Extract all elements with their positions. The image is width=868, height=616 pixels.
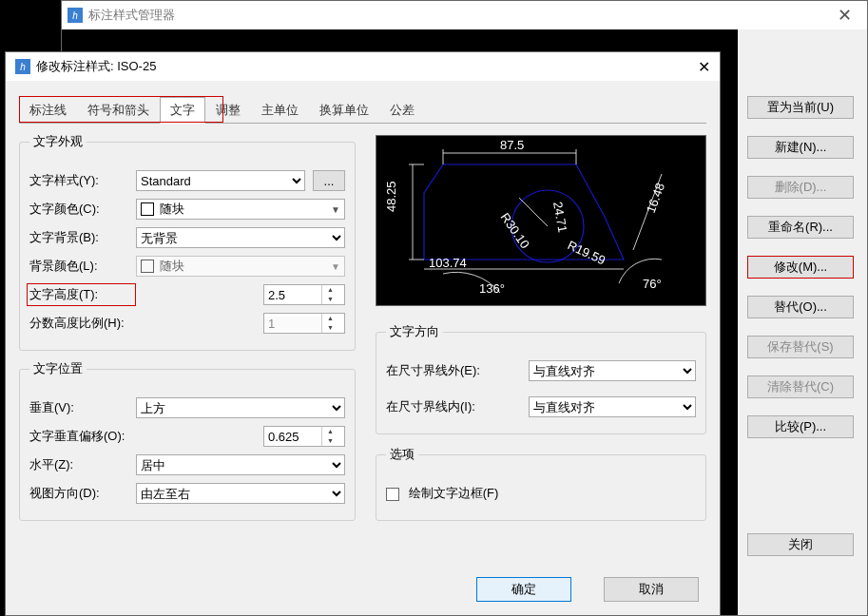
fraction-height-input — [264, 317, 321, 331]
text-placement-legend: 文字位置 — [29, 360, 87, 377]
compare-button[interactable]: 比较(P)... — [747, 415, 854, 438]
tab-alternate[interactable]: 换算单位 — [309, 97, 379, 124]
chevron-down-icon: ▼ — [331, 204, 340, 215]
view-dir-label: 视图方向(D): — [29, 485, 136, 502]
text-bg-label: 文字背景(B): — [29, 229, 136, 246]
parent-titlebar: h 标注样式管理器 ✕ — [62, 1, 867, 29]
svg-text:87.5: 87.5 — [500, 138, 524, 152]
draw-frame-label: 绘制文字边框(F) — [409, 486, 499, 500]
text-height-label: 文字高度(T): — [27, 283, 136, 306]
app-icon: h — [68, 8, 83, 23]
dialog-title: 修改标注样式: ISO-25 — [36, 58, 698, 75]
app-icon: h — [15, 59, 30, 74]
vertical-label: 垂直(V): — [29, 399, 136, 416]
draw-frame-checkbox[interactable] — [386, 488, 399, 501]
svg-line-9 — [519, 198, 548, 226]
spinner-up-icon: ▲ — [322, 314, 338, 323]
text-height-spinner[interactable]: ▲▼ — [263, 284, 345, 305]
svg-text:R30.10: R30.10 — [498, 210, 532, 251]
spinner-up-icon[interactable]: ▲ — [322, 427, 338, 436]
text-appearance-group: 文字外观 文字样式(Y): Standard ... 文字颜色(C): 随块▼ … — [19, 133, 356, 351]
svg-text:24.71: 24.71 — [550, 201, 569, 234]
modify-button[interactable]: 修改(M)... — [747, 256, 854, 279]
outside-ext-label: 在尺寸界线外(E): — [386, 362, 529, 379]
tab-strip: 标注线 符号和箭头 文字 调整 主单位 换算单位 公差 — [19, 96, 720, 123]
set-current-button[interactable]: 置为当前(U) — [747, 96, 854, 119]
offset-input[interactable] — [264, 430, 321, 444]
dialog-titlebar: h 修改标注样式: ISO-25 ✕ — [6, 52, 720, 81]
tab-fit[interactable]: 调整 — [205, 97, 251, 124]
text-orientation-group: 文字方向 在尺寸界线外(E): 与直线对齐 在尺寸界线内(I): 与直线对齐 — [376, 323, 706, 434]
bg-color-label: 背景颜色(L): — [29, 258, 136, 275]
text-appearance-legend: 文字外观 — [29, 133, 87, 150]
spinner-down-icon: ▼ — [322, 323, 338, 333]
offset-spinner[interactable]: ▲▼ — [263, 426, 345, 447]
tab-text[interactable]: 文字 — [160, 97, 205, 124]
svg-text:76°: 76° — [643, 277, 662, 291]
cancel-button[interactable]: 取消 — [604, 577, 699, 602]
dialog-footer: 确定 取消 — [448, 577, 699, 602]
svg-text:R19.59: R19.59 — [566, 238, 608, 267]
preview-panel: 87.5 48.25 24.71 R19.59 16.48 R30.10 136… — [376, 135, 706, 306]
tab-tolerance[interactable]: 公差 — [379, 97, 425, 124]
spinner-down-icon[interactable]: ▼ — [322, 436, 338, 446]
new-button[interactable]: 新建(N)... — [747, 136, 854, 159]
svg-text:48.25: 48.25 — [384, 181, 398, 212]
draw-frame-checkbox-row[interactable]: 绘制文字边框(F) — [386, 485, 498, 502]
clear-override-button[interactable]: 清除替代(C) — [747, 375, 854, 398]
horizontal-label: 水平(Z): — [29, 456, 136, 473]
fraction-height-label: 分数高度比例(H): — [29, 315, 136, 332]
text-placement-group: 文字位置 垂直(V): 上方 文字垂直偏移(O): ▲▼ 水平(Z): 居中 视… — [19, 360, 356, 521]
byblock-swatch-icon — [141, 202, 154, 216]
outside-ext-combo[interactable]: 与直线对齐 — [529, 360, 696, 381]
text-color-combo[interactable]: 随块▼ — [136, 199, 345, 220]
text-style-label: 文字样式(Y): — [29, 172, 136, 189]
close-button[interactable]: 关闭 — [747, 533, 854, 556]
text-color-label: 文字颜色(C): — [29, 201, 136, 218]
byblock-swatch-icon — [141, 260, 154, 273]
text-style-combo[interactable]: Standard — [136, 170, 305, 191]
svg-text:136°: 136° — [479, 281, 505, 296]
spinner-up-icon[interactable]: ▲ — [322, 285, 338, 295]
delete-button[interactable]: 删除(D)... — [747, 176, 854, 199]
tab-lines[interactable]: 标注线 — [19, 97, 77, 124]
options-legend: 选项 — [386, 446, 418, 463]
svg-text:103.74: 103.74 — [429, 256, 467, 270]
parent-close-icon[interactable]: ✕ — [821, 5, 867, 26]
spinner-down-icon[interactable]: ▼ — [322, 295, 338, 304]
override-button[interactable]: 替代(O)... — [747, 296, 854, 318]
offset-label: 文字垂直偏移(O): — [29, 428, 163, 445]
text-style-more-button[interactable]: ... — [313, 170, 345, 191]
tab-symbols[interactable]: 符号和箭头 — [77, 97, 160, 124]
text-height-input[interactable] — [264, 288, 321, 302]
horizontal-combo[interactable]: 居中 — [136, 454, 345, 475]
modify-dim-style-dialog: h 修改标注样式: ISO-25 ✕ 标注线 符号和箭头 文字 调整 主单位 换… — [5, 51, 721, 616]
svg-text:16.48: 16.48 — [644, 181, 667, 215]
rename-button[interactable]: 重命名(R)... — [747, 216, 854, 239]
bg-color-combo: 随块▼ — [136, 256, 345, 277]
view-dir-combo[interactable]: 由左至右 — [136, 483, 345, 504]
preview-drawing-icon: 87.5 48.25 24.71 R19.59 16.48 R30.10 136… — [376, 136, 707, 307]
text-orientation-legend: 文字方向 — [386, 323, 443, 340]
tab-primary[interactable]: 主单位 — [251, 97, 309, 124]
inside-ext-label: 在尺寸界线内(I): — [386, 398, 529, 415]
options-group: 选项 绘制文字边框(F) — [376, 446, 706, 521]
text-bg-combo[interactable]: 无背景 — [136, 227, 345, 248]
parent-window-title: 标注样式管理器 — [88, 7, 821, 24]
ok-button[interactable]: 确定 — [476, 577, 571, 602]
right-button-column: 置为当前(U) 新建(N)... 删除(D)... 重命名(R)... 修改(M… — [747, 96, 854, 573]
fraction-height-spinner: ▲▼ — [263, 313, 345, 334]
dialog-close-icon[interactable]: ✕ — [698, 58, 710, 76]
inside-ext-combo[interactable]: 与直线对齐 — [529, 396, 696, 417]
chevron-down-icon: ▼ — [331, 261, 340, 272]
save-override-button[interactable]: 保存替代(S) — [747, 336, 854, 358]
vertical-combo[interactable]: 上方 — [136, 397, 345, 418]
